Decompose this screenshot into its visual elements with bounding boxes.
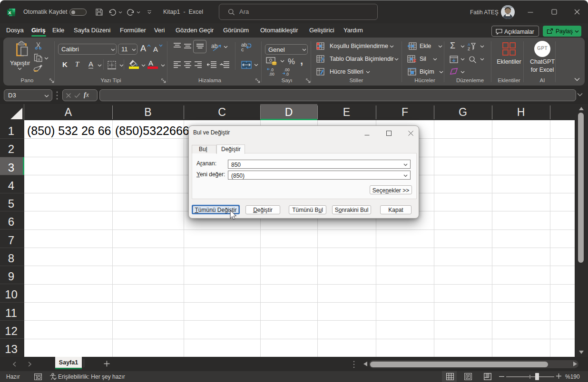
svg-text:X: X xyxy=(8,10,11,15)
svg-text:.00: .00 xyxy=(269,72,274,76)
svg-text:Z: Z xyxy=(468,47,470,51)
svg-text:c: c xyxy=(241,47,244,52)
svg-text:.0: .0 xyxy=(285,72,289,76)
